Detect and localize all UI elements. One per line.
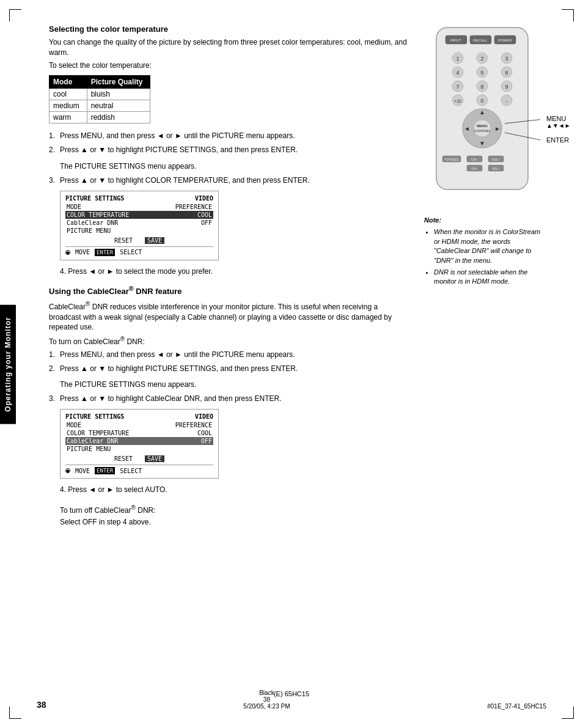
turn-off-text: Select OFF in step 4 above. [49, 517, 412, 528]
section2: Using the CableClear® DNR feature CableC… [49, 285, 412, 527]
note-box: Note: When the monitor is in ColorStream… [424, 216, 546, 287]
svg-text:VOL-: VOL- [492, 167, 499, 171]
menu2-row-mode: MODE PREFERENCE [65, 421, 213, 429]
enter-button2: ENTER [95, 467, 115, 474]
save-btn2: SAVE [145, 455, 164, 462]
note-item-2: DNR is not selectable when the monitor i… [434, 268, 546, 287]
menu-row-mode: MODE PREFERENCE [65, 203, 213, 211]
reset-btn: RESET [114, 237, 133, 244]
mode-cool: cool [50, 89, 87, 100]
color-table: Mode Picture Quality cool bluish medium … [49, 75, 150, 123]
svg-text:--: -- [505, 99, 508, 103]
remote-control-area: INPUT RECALL POWER 1 2 3 4 [424, 24, 546, 197]
menu-screenshot-2: PICTURE SETTINGS VIDEO MODE PREFERENCE C… [60, 409, 219, 479]
step2-1: 1. Press MENU, and then press ◄ or ► unt… [49, 350, 412, 360]
svg-text:2: 2 [480, 56, 483, 62]
svg-text:►: ► [494, 125, 501, 132]
enter-label: ENTER [546, 136, 569, 144]
svg-text:▲: ▲ [479, 109, 485, 116]
step1-4: 4. Press ◄ or ► to select the mode you p… [49, 267, 412, 277]
note-list: When the monitor is in ColorStream or HD… [424, 227, 546, 286]
section1-intro1: You can change the quality of the pictur… [49, 37, 412, 58]
section1: Selecting the color temperature You can … [49, 24, 412, 276]
corner-tl [9, 9, 21, 21]
menu2-row-color-temp: COLOR TEMPERATURE COOL [65, 429, 213, 437]
note-title: Note: [424, 216, 546, 225]
step2-4: 4. Press ◄ or ► to select AUTO. [49, 485, 412, 495]
menu-title-1: PICTURE SETTINGS VIDEO [65, 195, 213, 202]
svg-text:CH+: CH+ [471, 158, 477, 161]
section1-title: Selecting the color temperature [49, 24, 412, 34]
svg-text:1: 1 [456, 56, 459, 62]
menu-title-2: PICTURE SETTINGS VIDEO [65, 413, 213, 420]
svg-text:0: 0 [480, 98, 483, 104]
footer-right: #01E_37-41_65HC15 [487, 703, 546, 710]
step1-2: 2. Press ▲ or ▼ to highlight PICTURE SET… [49, 145, 412, 155]
left-column: Selecting the color temperature You can … [49, 24, 412, 531]
section2-intro1: CableClear® DNR reduces visible interfer… [49, 300, 412, 333]
svg-text:POWER: POWER [498, 39, 512, 42]
menu-screenshot-1: PICTURE SETTINGS VIDEO MODE PREFERENCE C… [60, 191, 219, 260]
menu-bottom-1: ● MOVE ENTER SELECT [65, 246, 213, 256]
menu-bottom-2: ● MOVE ENTER SELECT [65, 465, 213, 474]
note-item-1: When the monitor is in ColorStream or HD… [434, 227, 546, 265]
svg-text:▼: ▼ [479, 140, 485, 147]
menu-row-dnr: CableClear DNR OFF [65, 219, 213, 227]
step2-2: 2. Press ▲ or ▼ to highlight PICTURE SET… [49, 364, 412, 374]
side-tab: Operating your Monitor [0, 304, 16, 424]
menu-row-color-temp: COLOR TEMPERATURE COOL [65, 211, 213, 219]
right-column: INPUT RECALL POWER 1 2 3 4 [424, 24, 546, 531]
quality-cool: bluish [87, 89, 150, 100]
svg-text:3: 3 [505, 56, 508, 62]
svg-text:TV/VIDEO: TV/VIDEO [444, 158, 458, 161]
step1-1: 1. Press MENU, and then press ◄ or ► unt… [49, 131, 412, 141]
menu-label: MENU ▲▼◄► [546, 115, 571, 129]
section1-step3: 3. Press ▲ or ▼ to highlight COLOR TEMPE… [49, 175, 412, 186]
mode-warm: warm [50, 112, 87, 123]
svg-text:7: 7 [456, 84, 459, 90]
svg-text:CHANNEL: CHANNEL [474, 129, 491, 133]
svg-text:9: 9 [505, 84, 508, 90]
corner-tr [562, 9, 574, 21]
step2-3: 3. Press ▲ or ▼ to highlight CableClear … [49, 394, 412, 404]
svg-text:MENU: MENU [477, 124, 488, 128]
menu-row-picture-menu: PICTURE MENU [65, 227, 213, 235]
table-row: cool bluish [50, 89, 150, 100]
bottom-model: (E) 65HC15 [274, 690, 309, 697]
svg-text:INPUT: INPUT [450, 39, 461, 42]
section2-step3: 3. Press ▲ or ▼ to highlight CableClear … [49, 394, 412, 404]
remote-svg: INPUT RECALL POWER 1 2 3 4 [424, 24, 540, 196]
turn-off-title: To turn off CableClear® DNR: [49, 504, 412, 516]
svg-text:CH-: CH- [472, 167, 477, 171]
svg-text:◄: ◄ [464, 125, 470, 132]
svg-text:8: 8 [480, 84, 483, 90]
table-row: warm reddish [50, 112, 150, 123]
quality-warm: reddish [87, 112, 150, 123]
svg-text:RECALL: RECALL [473, 39, 488, 42]
move-icon: ● [65, 250, 70, 255]
main-content: Selecting the color temperature You can … [49, 24, 546, 531]
svg-text:5: 5 [480, 70, 483, 76]
table-row: medium neutral [50, 100, 150, 112]
page-number: 38 [37, 700, 46, 710]
svg-text:VOL+: VOL+ [492, 158, 500, 161]
section1-intro2: To select the color temperature: [49, 61, 412, 71]
step1-sub: The PICTURE SETTINGS menu appears. [49, 161, 412, 172]
svg-text:4: 4 [456, 70, 459, 76]
menu2-row-picture-menu: PICTURE MENU [65, 445, 213, 453]
menu2-row-dnr: CableClear DNR OFF [65, 437, 213, 445]
col-header-mode: Mode [50, 76, 87, 89]
page: Operating your Monitor Selecting the col… [0, 0, 583, 728]
enter-button: ENTER [95, 249, 115, 256]
mode-medium: medium [50, 100, 87, 112]
svg-text:6: 6 [505, 70, 508, 76]
reset-btn2: RESET [114, 455, 133, 462]
section2-intro2: To turn on CableClear® DNR: [49, 335, 412, 347]
section1-steps: 1. Press MENU, and then press ◄ or ► unt… [49, 131, 412, 155]
col-header-quality: Picture Quality [87, 76, 150, 89]
step2-sub: The PICTURE SETTINGS menu appears. [49, 380, 412, 390]
svg-point-32 [474, 120, 491, 137]
svg-text:+10: +10 [454, 99, 461, 103]
quality-medium: neutral [87, 100, 150, 112]
save-btn: SAVE [145, 237, 164, 244]
